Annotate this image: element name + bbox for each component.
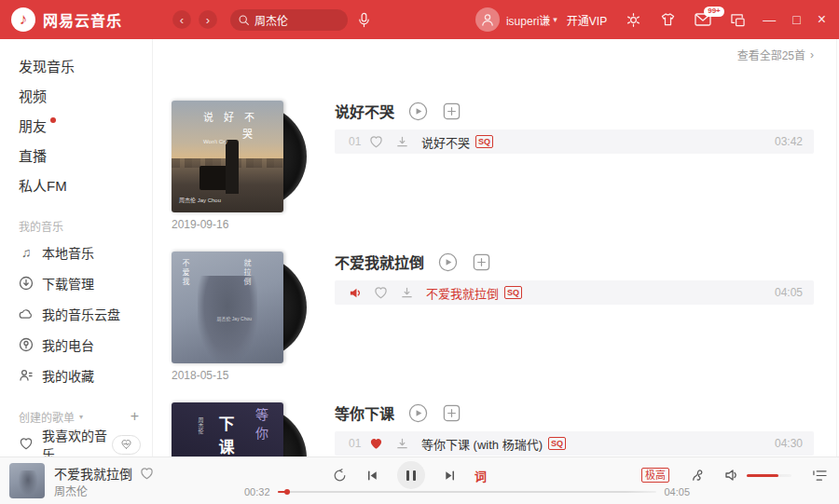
now-playing-title[interactable]: 不爱我就拉倒	[54, 464, 132, 483]
sidebar-item-liked-music[interactable]: 我喜欢的音乐	[0, 428, 152, 456]
created-playlists-label: 创建的歌单	[19, 409, 75, 425]
volume-speaker-icon[interactable]	[724, 468, 739, 483]
song-row-playing[interactable]: 不爱我就拉倒 SQ 04:05	[335, 280, 814, 305]
loop-mode-icon[interactable]	[332, 468, 348, 484]
song-title[interactable]: 说好不哭	[421, 133, 470, 151]
volume-slider[interactable]	[747, 474, 791, 477]
back-button[interactable]: ‹	[172, 10, 191, 29]
download-icon[interactable]	[400, 286, 414, 300]
like-heart-icon[interactable]	[369, 135, 383, 149]
lyrics-button[interactable]: 词	[475, 467, 487, 484]
sidebar-item-local-music[interactable]: ♫ 本地音乐	[0, 237, 152, 267]
mini-mode-icon[interactable]	[730, 13, 746, 27]
sidebar: 发现音乐 视频 朋友 直播 私人FM 我的音乐 ♫ 本地音乐 下载管理 我的音乐…	[0, 39, 153, 456]
messages-button[interactable]: 99+	[695, 13, 711, 26]
maximize-button[interactable]: □	[792, 13, 800, 26]
heart-mode-pill-button[interactable]	[112, 435, 141, 455]
chevron-right-icon: ›	[810, 48, 814, 61]
album-cover[interactable]: 说 好 不 哭 Won't Cry 周杰伦 Jay Chou	[172, 101, 283, 212]
add-playlist-button[interactable]: +	[131, 408, 139, 425]
sidebar-item-label: 视频	[19, 86, 47, 105]
heart-icon	[19, 437, 34, 451]
now-playing-artist[interactable]: 周杰伦	[54, 483, 88, 498]
music-note-icon: ♫	[19, 245, 34, 260]
album-release-date: 2018-05-15	[172, 369, 228, 382]
app-logo[interactable]: ♪ 网易云音乐	[11, 7, 151, 32]
progress-bar[interactable]	[278, 491, 657, 493]
song-row[interactable]: 01 等你下课 (with 杨瑞代) SQ 04:30	[335, 431, 814, 456]
like-heart-icon[interactable]	[140, 467, 154, 481]
album-title[interactable]: 等你下课	[335, 402, 394, 424]
sidebar-item-downloads[interactable]: 下载管理	[0, 267, 152, 298]
microphone-icon[interactable]	[357, 12, 371, 28]
sidebar-item-label: 本地音乐	[42, 243, 94, 262]
progress-bar-area: 00:32 04:05	[244, 486, 690, 497]
album-art[interactable]: 不爱我 就拉倒 周杰伦 Jay Chou	[172, 252, 311, 363]
collection-icon	[19, 368, 34, 383]
sidebar-item-video[interactable]: 视频	[0, 80, 152, 110]
album-title[interactable]: 说好不哭	[335, 100, 394, 122]
add-album-button[interactable]	[442, 403, 461, 423]
album-title[interactable]: 不爱我就拉倒	[335, 251, 424, 273]
chevron-down-icon[interactable]: ▾	[553, 15, 557, 24]
search-box[interactable]	[230, 9, 348, 31]
like-heart-icon[interactable]	[374, 286, 388, 300]
search-input[interactable]	[254, 13, 338, 26]
download-icon[interactable]	[395, 135, 409, 149]
song-title[interactable]: 不爱我就拉倒	[426, 284, 499, 302]
scrollbar-track[interactable]	[836, 39, 837, 456]
song-title[interactable]: 等你下课 (with 杨瑞代)	[421, 435, 543, 453]
chevron-down-icon: ▾	[79, 413, 83, 421]
playlist-queue-icon[interactable]	[812, 469, 828, 483]
song-row[interactable]: 01 说好不哭 SQ 03:42	[335, 129, 814, 154]
song-duration: 04:05	[775, 286, 803, 299]
now-playing-thumbnail[interactable]	[9, 463, 45, 498]
settings-gear-icon[interactable]	[626, 12, 641, 28]
sidebar-item-personal-fm[interactable]: 私人FM	[0, 170, 152, 199]
sidebar-item-label: 我的音乐云盘	[42, 305, 120, 323]
sidebar-item-label: 发现音乐	[19, 56, 75, 75]
sidebar-item-my-radio[interactable]: 我的电台	[0, 329, 152, 360]
user-avatar[interactable]	[475, 7, 500, 32]
sidebar-item-label: 我的电台	[42, 335, 94, 354]
progress-played[interactable]	[278, 491, 287, 493]
add-album-button[interactable]	[472, 252, 491, 272]
netease-music-window: ♪ 网易云音乐 ‹ › isuperi谦 ▾ 开通VIP 99+ — □	[0, 0, 839, 504]
pause-button[interactable]	[397, 461, 425, 489]
sidebar-item-friends[interactable]: 朋友	[0, 110, 152, 140]
header-right: isuperi谦 ▾ 开通VIP 99+ — □ ×	[475, 7, 826, 32]
album-cover[interactable]: 不爱我 就拉倒 周杰伦 Jay Chou	[172, 252, 283, 363]
cover-title-text: 下课	[213, 415, 237, 456]
forward-button[interactable]: ›	[199, 10, 217, 29]
play-album-button[interactable]	[408, 403, 428, 423]
sidebar-item-discover[interactable]: 发现音乐	[0, 50, 152, 80]
view-all-songs-link[interactable]: 查看全部25首 ›	[737, 47, 814, 62]
next-track-icon[interactable]	[443, 469, 457, 483]
album-art[interactable]: 说 好 不 哭 Won't Cry 周杰伦 Jay Chou	[172, 101, 311, 212]
theme-shirt-icon[interactable]	[660, 12, 676, 27]
notification-badge: 99+	[704, 7, 724, 17]
sidebar-item-my-collection[interactable]: 我的收藏	[0, 360, 152, 390]
album-release-date: 2019-09-16	[172, 218, 228, 231]
album-cover[interactable]: 下课 等你 周杰伦	[172, 402, 283, 456]
netease-logo-icon: ♪	[11, 7, 35, 32]
sidebar-item-live[interactable]: 直播	[0, 140, 152, 170]
download-icon[interactable]	[395, 437, 409, 451]
minimize-button[interactable]: —	[763, 13, 776, 26]
play-album-button[interactable]	[438, 252, 458, 272]
audio-quality-badge[interactable]: 极高	[641, 468, 669, 483]
liked-heart-icon[interactable]	[369, 437, 383, 451]
sound-effect-icon[interactable]	[690, 468, 706, 484]
play-album-button[interactable]	[408, 102, 428, 121]
user-name[interactable]: isuperi谦	[506, 12, 550, 28]
album-art[interactable]: 下课 等你 周杰伦	[172, 402, 311, 456]
volume-fill[interactable]	[747, 474, 778, 477]
close-button[interactable]: ×	[818, 12, 826, 27]
created-playlists-header[interactable]: 创建的歌单 ▾ +	[0, 405, 152, 428]
vip-link[interactable]: 开通VIP	[567, 12, 607, 28]
add-album-button[interactable]	[442, 102, 461, 121]
sidebar-item-label: 我的收藏	[42, 366, 94, 385]
previous-track-icon[interactable]	[365, 469, 379, 483]
sidebar-item-label: 直播	[19, 145, 47, 165]
sidebar-item-cloud-disk[interactable]: 我的音乐云盘	[0, 298, 152, 329]
